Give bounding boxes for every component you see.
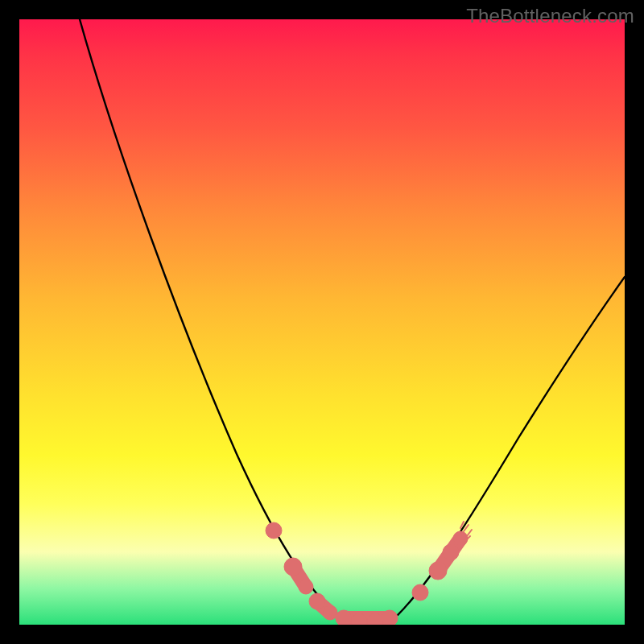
bottleneck-curve-plot: [19, 19, 625, 625]
marker-dot: [412, 584, 428, 601]
marker-dot: [266, 522, 282, 539]
marker-dot: [309, 593, 325, 609]
marker-dot: [284, 558, 302, 576]
marker-dot: [299, 580, 313, 594]
whisker-mark: [467, 530, 472, 536]
marker-dot: [429, 562, 447, 580]
marker-dot: [443, 544, 459, 560]
marker-dot: [453, 531, 468, 546]
marker-dot: [323, 605, 337, 620]
marker-dot: [382, 610, 398, 625]
curve-left-branch: [80, 19, 337, 615]
marker-dot: [336, 610, 352, 625]
